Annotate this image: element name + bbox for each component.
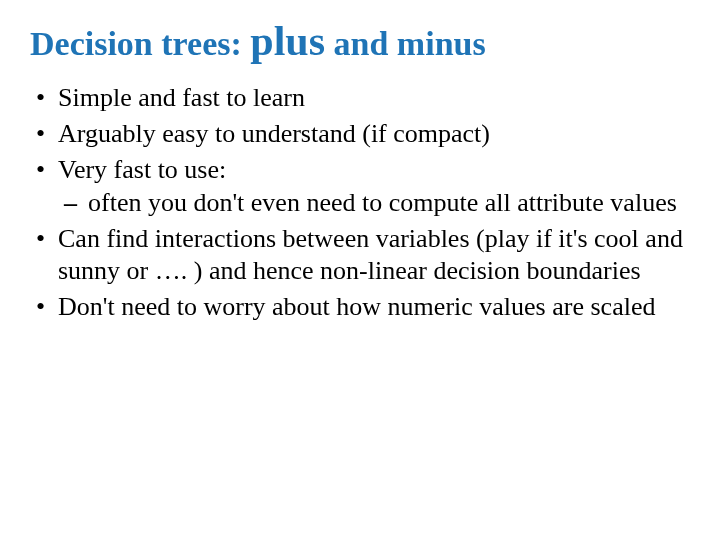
bullet-text: Can find interactions between variables … [58, 224, 683, 285]
list-item: Simple and fast to learn [30, 82, 690, 114]
sub-bullet-text: often you don't even need to compute all… [88, 188, 677, 217]
title-post: and minus [325, 25, 486, 62]
slide-title: Decision trees: plus and minus [30, 18, 690, 64]
list-item: Don't need to worry about how numeric va… [30, 291, 690, 323]
sub-item: often you don't even need to compute all… [58, 187, 690, 219]
bullet-text: Simple and fast to learn [58, 83, 305, 112]
bullet-text: Don't need to worry about how numeric va… [58, 292, 655, 321]
list-item: Can find interactions between variables … [30, 223, 690, 286]
title-emphasis: plus [250, 18, 325, 64]
list-item: Very fast to use: often you don't even n… [30, 154, 690, 219]
bullet-text: Very fast to use: [58, 155, 226, 184]
slide: Decision trees: plus and minus Simple an… [0, 0, 720, 540]
bullet-text: Arguably easy to understand (if compact) [58, 119, 490, 148]
list-item: Arguably easy to understand (if compact) [30, 118, 690, 150]
bullet-list: Simple and fast to learn Arguably easy t… [30, 82, 690, 322]
title-pre: Decision trees: [30, 25, 250, 62]
